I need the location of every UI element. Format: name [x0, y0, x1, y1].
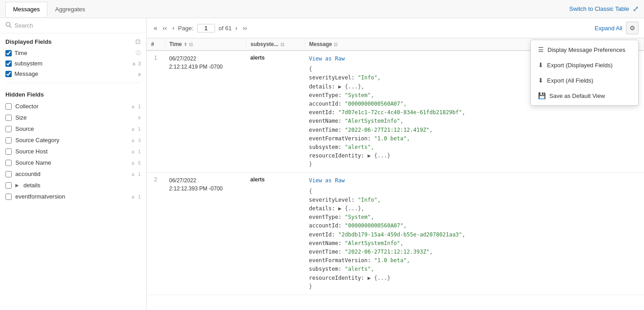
page-input[interactable]	[197, 24, 215, 32]
col-time-sort-icon[interactable]: ⬆	[184, 42, 187, 47]
first-page-button[interactable]: «	[152, 23, 159, 32]
field-message: Message a	[0, 69, 146, 79]
message-line: resourceIdentity: ▶ {...}	[309, 152, 639, 160]
tabs-left: Messages Aggregates	[5, 2, 93, 16]
hidden-field-source-category: Source Category a 3	[0, 134, 146, 146]
hidden-field-source-name-checkbox[interactable]	[5, 160, 12, 166]
field-subsystem-checkbox[interactable]	[5, 60, 12, 67]
col-message-label: Message	[309, 41, 332, 47]
cell-message: View as Raw{ severityLevel: "Info", deta…	[304, 173, 644, 295]
hidden-field-source-host-label: Source Host	[15, 148, 128, 155]
hidden-field-source-checkbox[interactable]	[5, 126, 12, 132]
dropdown-item-label: Export (Displayed Fields)	[547, 62, 612, 69]
hidden-field-source-name: Source Name a 5	[0, 157, 146, 168]
hidden-field-source-host-count: 1	[138, 149, 141, 154]
message-line: }	[309, 282, 639, 291]
displayed-fields-title: Displayed Fields	[5, 38, 52, 45]
view-as-raw-link[interactable]: View as Raw	[309, 176, 639, 185]
field-message-label: Message	[14, 70, 134, 77]
message-line: }	[309, 160, 639, 169]
col-subsystem-copy-icon[interactable]: ⊡	[281, 42, 284, 47]
col-time-copy-icon[interactable]: ⊡	[189, 42, 193, 47]
pagination-left: « ‹‹ ‹ Page: of 61 › ››	[152, 23, 249, 32]
hidden-field-eventformatversion-count: 1	[138, 194, 141, 199]
hidden-field-accountid-label: accountid	[15, 171, 128, 177]
tab-messages[interactable]: Messages	[5, 2, 47, 17]
hidden-fields-header: Hidden Fields	[0, 87, 146, 101]
search-icon	[5, 22, 12, 29]
hidden-field-size-type: #	[138, 115, 141, 120]
prev-page-fast-button[interactable]: ‹‹	[161, 23, 169, 32]
sidebar: Displayed Fields ⊡ Time ⓘ subsystem a 3 …	[0, 18, 147, 310]
hidden-field-eventformatversion-type: a	[132, 194, 134, 199]
hidden-field-source-host-checkbox[interactable]	[5, 148, 12, 155]
settings-dropdown-menu: ☰Display Message Preferences⬇Export (Dis…	[530, 40, 639, 106]
field-time-label: Time	[14, 50, 133, 56]
dropdown-item-icon: ⬇	[538, 77, 543, 84]
dropdown-item-icon: 💾	[538, 92, 546, 99]
hidden-field-source-count: 1	[138, 126, 141, 132]
dropdown-item-export_all[interactable]: ⬇Export (All Fields)	[531, 73, 638, 88]
dropdown-item-display_prefs[interactable]: ☰Display Message Preferences	[531, 42, 638, 57]
message-line: eventTime: "2022-06-27T21:12:12.393Z",	[309, 248, 639, 256]
cell-time: 06/27/2022 2:12:12.393 PM -0700	[165, 173, 246, 295]
next-page-fast-button[interactable]: ››	[241, 23, 248, 32]
hidden-field-source-host-type: a	[132, 149, 134, 154]
hidden-field-size: Size #	[0, 112, 146, 123]
dropdown-item-label: Display Message Preferences	[547, 46, 626, 53]
col-header-time: Time ⬆ ⊡	[165, 38, 246, 51]
tabs-bar: Messages Aggregates Switch to Classic Ta…	[0, 0, 644, 18]
hidden-field-size-checkbox[interactable]	[5, 115, 12, 121]
hidden-field-accountid-checkbox[interactable]	[5, 171, 12, 177]
hidden-field-source: Source a 1	[0, 123, 146, 134]
col-message-copy-icon[interactable]: ⊡	[334, 42, 337, 47]
prev-page-button[interactable]: ‹	[170, 23, 176, 32]
message-line: eventTime: "2022-06-27T21:12:12.419Z",	[309, 126, 639, 134]
hidden-field-source-category-count: 3	[138, 138, 141, 143]
dropdown-item-export_displayed[interactable]: ⬇Export (Displayed Fields)	[531, 57, 638, 73]
expand-all-button[interactable]: Expand All	[595, 25, 622, 32]
field-subsystem: subsystem a 3	[0, 58, 146, 69]
hidden-field-collector-label: Collector	[15, 103, 128, 110]
hidden-field-source-name-label: Source Name	[15, 159, 128, 166]
field-time-checkbox[interactable]	[5, 50, 12, 56]
settings-gear-button[interactable]: ⚙	[626, 22, 639, 34]
dropdown-item-label: Export (All Fields)	[547, 77, 593, 84]
message-line: eventFormatVersion: "1.0 beta",	[309, 256, 639, 265]
hidden-field-eventformatversion-label: eventformatversion	[15, 193, 128, 200]
field-subsystem-type: a	[133, 61, 135, 66]
hidden-field-source-type: a	[132, 126, 134, 132]
hidden-field-source-category-checkbox[interactable]	[5, 137, 12, 143]
page-of-label: of 61	[219, 25, 232, 32]
save-view-icon[interactable]: ⊡	[135, 38, 141, 45]
col-header-num: #	[147, 38, 165, 51]
cell-num: 2	[147, 173, 165, 295]
field-message-type: a	[138, 71, 141, 77]
message-line: eventType: "System",	[309, 213, 639, 222]
pagination-bar: « ‹‹ ‹ Page: of 61 › ›› Expand All ⚙	[147, 18, 644, 38]
message-line: {	[309, 187, 639, 196]
dropdown-item-save_default[interactable]: 💾Save as Default View	[531, 88, 638, 103]
hidden-field-source-category-label: Source Category	[15, 137, 128, 143]
cell-subsystem: alerts	[246, 173, 304, 295]
tab-aggregates[interactable]: Aggregates	[47, 2, 93, 16]
svg-line-1	[10, 26, 12, 28]
hidden-field-eventformatversion-checkbox[interactable]	[5, 194, 12, 200]
hidden-field-source-label: Source	[15, 125, 128, 132]
search-input[interactable]	[14, 22, 141, 29]
next-page-button[interactable]: ›	[234, 23, 239, 32]
col-num-label: #	[151, 41, 154, 47]
field-message-checkbox[interactable]	[5, 71, 12, 77]
hidden-field-details-checkbox[interactable]	[5, 182, 12, 189]
details-expand-arrow[interactable]: ▶	[15, 183, 19, 188]
field-time-info-icon: ⓘ	[136, 50, 141, 56]
cell-subsystem: alerts	[246, 51, 304, 173]
hidden-field-details-label: details	[23, 182, 141, 189]
tabs-right: Switch to Classic Table ⤢	[569, 5, 639, 13]
fullscreen-icon[interactable]: ⤢	[633, 5, 639, 13]
hidden-field-collector-checkbox[interactable]	[5, 103, 12, 110]
switch-classic-link[interactable]: Switch to Classic Table	[569, 5, 629, 12]
dropdown-item-icon: ⬇	[538, 61, 543, 69]
app-container: Messages Aggregates Switch to Classic Ta…	[0, 0, 644, 310]
dropdown-item-label: Save as Default View	[549, 93, 605, 99]
